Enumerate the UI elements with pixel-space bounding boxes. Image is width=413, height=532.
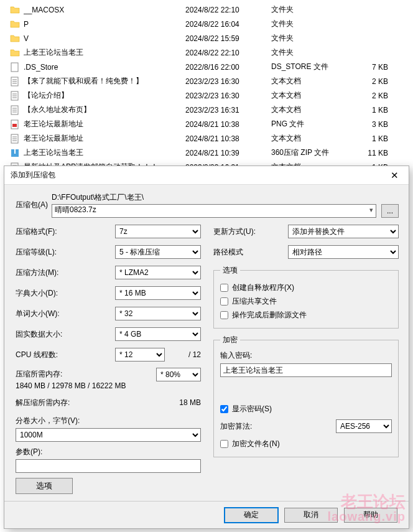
path-select[interactable]: 相对路径 [288,245,399,259]
sfx-checkbox[interactable] [220,284,228,292]
file-type: 文本文档 [271,105,363,115]
archive-label: 压缩包(A) [16,192,52,210]
file-name: 上老王论坛当老王 [24,47,185,58]
threads-label: CPU 线程数: [16,350,115,360]
dialog-footer: 确定 取消 帮助 [4,501,409,528]
file-date: 2024/8/21 10:38 [185,134,271,143]
file-name: .DS_Store [24,63,185,72]
encryption-legend: 加密 [220,335,240,345]
path-label: 路径模式 [213,247,288,258]
encryption-fieldset: 加密 输入密码: 显示密码(S) 加密算法: AES-256 加密文件名(N) [213,335,399,457]
browse-button[interactable]: ... [381,204,399,218]
options-fieldset: 选项 创建自释放程序(X) 压缩共享文件 操作完成后删除源文件 [213,265,399,329]
delete-checkbox[interactable] [220,311,228,319]
file-type: DS_STORE 文件 [271,62,363,72]
file-type: 文件夹 [271,19,363,29]
file-type: 文本文档 [271,76,363,86]
split-select[interactable]: 1000M [16,428,201,442]
file-row[interactable]: 【论坛介绍】2023/2/23 16:30文本文档2 KB [0,88,413,103]
delete-label: 操作完成后删除源文件 [232,310,307,320]
file-date: 2022/8/16 22:00 [185,63,271,72]
file-row[interactable]: 老王论坛最新地址2024/8/21 10:38文本文档1 KB [0,131,413,146]
file-row[interactable]: .DS_Store2022/8/16 22:00DS_STORE 文件7 KB [0,60,413,74]
file-row[interactable]: 上老王论坛当老王2024/8/21 10:39360压缩 ZIP 文件11 KB [0,146,413,160]
encrypt-names-label: 加密文件名(N) [232,439,280,449]
file-date: 2024/8/22 15:59 [185,34,271,43]
file-row[interactable]: 上老王论坛当老王2024/8/22 22:10文件夹 [0,45,413,60]
file-name: 【论坛介绍】 [24,90,185,101]
ok-button[interactable]: 确定 [225,508,278,523]
method-select[interactable]: * LZMA2 [115,266,201,279]
show-password-label: 显示密码(S) [232,404,272,414]
file-name: 上老王论坛当老王 [24,147,185,158]
dict-label: 字典大小(D): [16,288,115,299]
file-type: 360压缩 ZIP 文件 [271,147,363,158]
help-button[interactable]: 帮助 [344,508,397,523]
share-label: 压缩共享文件 [232,296,277,307]
file-size: 7 KB [363,63,401,72]
split-label: 分卷大小，字节(V): [16,416,201,426]
encrypt-names-checkbox[interactable] [220,440,228,448]
file-row[interactable]: 【永久地址发布页】2023/2/23 16:31文本文档1 KB [0,103,413,117]
add-to-archive-dialog: 添加到压缩包 ✕ 压缩包(A) D:\FFOutput\格式工厂\老王\ 晴晴0… [4,166,409,529]
level-label: 压缩等级(L): [16,247,115,258]
options-legend: 选项 [220,265,240,276]
update-select[interactable]: 添加并替换文件 [288,225,399,238]
archive-name-input[interactable]: 晴晴0823.7z [52,204,376,218]
cancel-button[interactable]: 取消 [284,508,338,523]
update-label: 更新方式(U): [213,226,288,237]
file-type: 文本文档 [271,90,363,101]
mem-pct-select[interactable]: * 80% [156,368,201,381]
file-name: 【来了就能下载和观看！纯免费！】 [24,76,185,86]
threads-total: / 12 [169,350,201,359]
svg-rect-0 [11,63,18,72]
file-row[interactable]: __MACOSX2024/8/22 22:10文件夹 [0,2,413,17]
file-size: 2 KB [363,77,401,86]
show-password-checkbox[interactable] [220,405,228,413]
format-select[interactable]: 7z [115,225,201,238]
file-name: 老王论坛最新地址 [24,119,185,129]
file-size: 2 KB [363,91,401,100]
file-name: V [24,34,185,43]
enc-algo-select[interactable]: AES-256 [336,419,392,433]
file-name: P [24,20,185,29]
sfx-label: 创建自释放程序(X) [232,282,294,293]
file-name: 老王论坛最新地址 [24,133,185,144]
file-row[interactable]: V2024/8/22 15:59文件夹 [0,31,413,45]
file-type: PNG 文件 [271,119,363,129]
mem-decomp-value: 18 MB [179,398,201,407]
file-size: 1 KB [363,106,401,114]
solid-label: 固实数据大小: [16,329,115,340]
file-name: 【永久地址发布页】 [24,105,185,115]
file-type: 文件夹 [271,4,363,15]
close-icon[interactable]: ✕ [381,166,409,185]
mem-comp-values: 1840 MB / 12978 MB / 16222 MB [16,381,201,390]
svg-rect-14 [12,124,17,127]
word-label: 单词大小(W): [16,309,115,319]
method-label: 压缩方法(M): [16,268,115,278]
file-date: 2023/2/23 16:30 [185,77,271,86]
word-select[interactable]: * 32 [115,307,201,320]
share-checkbox[interactable] [220,297,228,306]
file-date: 2024/8/22 16:04 [185,20,271,29]
params-input[interactable] [16,459,201,473]
enc-algo-label: 加密算法: [220,421,331,432]
threads-select[interactable]: * 12 [115,348,165,362]
file-date: 2024/8/21 10:38 [185,120,271,129]
format-label: 压缩格式(F): [16,226,115,237]
file-list: __MACOSX2024/8/22 22:10文件夹P2024/8/22 16:… [0,0,413,174]
password-input[interactable] [220,363,392,377]
file-row[interactable]: P2024/8/22 16:04文件夹 [0,17,413,31]
level-select[interactable]: 5 - 标准压缩 [115,245,201,259]
file-row[interactable]: 老王论坛最新地址2024/8/21 10:38PNG 文件3 KB [0,117,413,131]
options-button[interactable]: 选项 [16,478,73,494]
file-size: 3 KB [363,120,401,129]
solid-select[interactable]: * 4 GB [115,327,201,341]
file-size: 1 KB [363,134,401,143]
dict-select[interactable]: * 16 MB [115,286,201,300]
file-size: 11 KB [363,149,401,157]
mem-decomp-label: 解压缩所需内存: [16,398,179,408]
file-date: 2024/8/22 22:10 [185,6,271,14]
file-row[interactable]: 【来了就能下载和观看！纯免费！】2023/2/23 16:30文本文档2 KB [0,74,413,88]
params-label: 参数(P): [16,447,201,457]
